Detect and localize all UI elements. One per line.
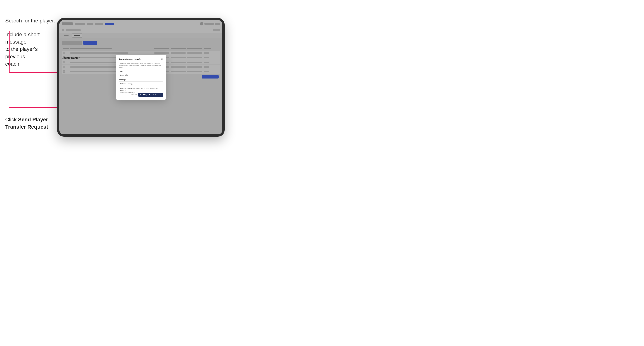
modal-title: Request player transfer — [119, 58, 142, 60]
player-input-value: Rees Britt — [120, 74, 128, 76]
modal-description: If the player is transferring from anoth… — [119, 62, 163, 68]
modal-header: Request player transfer ✕ — [119, 58, 163, 61]
cancel-button[interactable]: Cancel — [132, 94, 137, 96]
annotation-search-text: Search for the player. — [5, 18, 55, 24]
modal-close-button[interactable]: ✕ — [161, 58, 163, 61]
annotation-message-text: Include a short message to the player's … — [5, 31, 56, 67]
annotation-click-text: Click Send Player Transfer Request — [5, 116, 56, 131]
request-transfer-modal: Request player transfer ✕ If the player … — [116, 55, 166, 100]
modal-overlay: Request player transfer ✕ If the player … — [59, 20, 222, 134]
tablet-screen: Update Roster — [59, 20, 222, 134]
player-search-input[interactable]: Rees Britt — [119, 73, 163, 77]
message-textarea[interactable]: Hi Coach McHarg, Please accept this tran… — [119, 81, 163, 91]
player-field-label: Player — [119, 70, 163, 72]
tablet-device: Update Roster — [57, 18, 225, 137]
message-field-label: Message — [119, 79, 163, 81]
send-transfer-request-button[interactable]: Send Player Transfer Request — [138, 93, 163, 97]
